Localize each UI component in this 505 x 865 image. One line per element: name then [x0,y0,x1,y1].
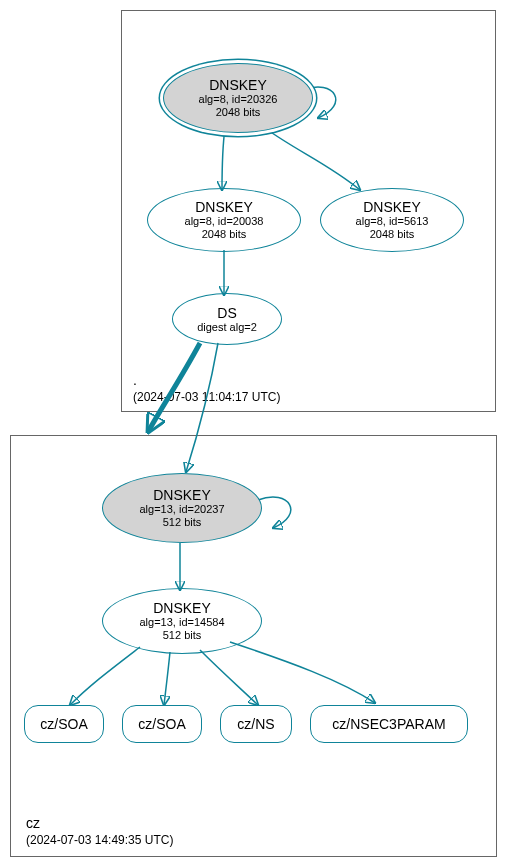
node-title: cz/NS [237,716,274,732]
node-cz-ksk: DNSKEY alg=13, id=20237 512 bits [102,473,262,543]
node-sub: alg=13, id=20237 [139,503,224,516]
node-sub: alg=8, id=20038 [185,215,264,228]
zone-label-root: . [133,372,137,388]
zone-label-cz: cz [26,815,40,831]
node-sub: 2048 bits [202,228,247,241]
node-title: cz/SOA [40,716,87,732]
node-root-zsk2: DNSKEY alg=8, id=5613 2048 bits [320,188,464,252]
node-sub: 512 bits [163,516,202,529]
node-title: DNSKEY [363,199,421,215]
node-title: DNSKEY [209,77,267,93]
node-title: DNSKEY [153,487,211,503]
node-title: cz/SOA [138,716,185,732]
node-root-ksk: DNSKEY alg=8, id=20326 2048 bits [163,63,313,133]
node-root-zsk1: DNSKEY alg=8, id=20038 2048 bits [147,188,301,252]
node-sub: digest alg=2 [197,321,257,334]
node-title: DNSKEY [195,199,253,215]
node-root-ds: DS digest alg=2 [172,293,282,345]
node-title: DNSKEY [153,600,211,616]
node-title: cz/NSEC3PARAM [332,716,445,732]
node-sub: 2048 bits [370,228,415,241]
node-sub: 512 bits [163,629,202,642]
node-cz-zsk: DNSKEY alg=13, id=14584 512 bits [102,588,262,654]
zone-timestamp-cz: (2024-07-03 14:49:35 UTC) [26,833,173,847]
node-rr-soa2: cz/SOA [122,705,202,743]
node-sub: alg=8, id=5613 [356,215,429,228]
node-sub: 2048 bits [216,106,261,119]
node-rr-soa1: cz/SOA [24,705,104,743]
zone-timestamp-root: (2024-07-03 11:04:17 UTC) [133,390,280,404]
node-title: DS [217,305,236,321]
node-rr-n3p: cz/NSEC3PARAM [310,705,468,743]
node-sub: alg=8, id=20326 [199,93,278,106]
node-rr-ns: cz/NS [220,705,292,743]
node-sub: alg=13, id=14584 [139,616,224,629]
